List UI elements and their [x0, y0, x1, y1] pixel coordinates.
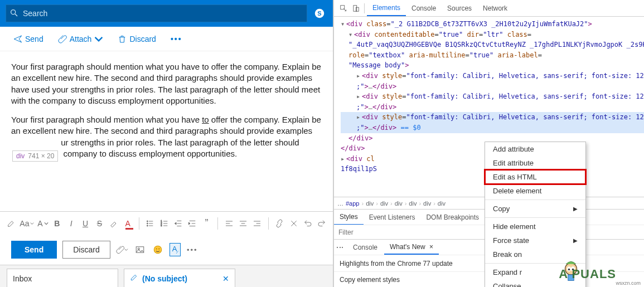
paragraph-2: Your first paragraph should mention what…: [11, 114, 325, 159]
attach-button[interactable]: Attach: [56, 32, 106, 46]
device-icon[interactable]: [350, 2, 362, 14]
ctx-delete-element[interactable]: Delete element: [485, 184, 585, 198]
strikethrough-button[interactable]: S: [94, 216, 105, 231]
redo-button[interactable]: [317, 216, 327, 231]
action-bar: Send Discard A⁄ •••: [0, 235, 333, 265]
discard-button[interactable]: Discard: [115, 32, 158, 46]
close-icon[interactable]: ×: [425, 243, 433, 251]
image-icon[interactable]: [134, 244, 146, 256]
dimension-tooltip: div 741 × 20: [12, 150, 58, 162]
attach-icon[interactable]: [116, 244, 128, 256]
svg-text:S: S: [317, 10, 321, 17]
ctx-hide-element[interactable]: Hide element: [485, 220, 585, 234]
styles-tab[interactable]: Styles: [334, 210, 364, 225]
ctx-edit-attribute[interactable]: Edit attribute: [485, 156, 585, 170]
svg-rect-38: [356, 7, 359, 11]
tab-elements[interactable]: Elements: [367, 1, 406, 16]
undo-button[interactable]: [302, 216, 313, 231]
emoji-icon[interactable]: [152, 244, 164, 256]
skype-icon[interactable]: S: [312, 6, 327, 21]
svg-text:3: 3: [161, 224, 162, 227]
ellipsis-icon: •••: [171, 35, 182, 43]
drawer-console-tab[interactable]: Console: [347, 241, 383, 254]
clear-format-button[interactable]: [288, 216, 299, 231]
align-left-button[interactable]: [224, 216, 234, 231]
search-icon: [9, 8, 18, 19]
more-actions-icon[interactable]: •••: [186, 244, 198, 256]
source-url: wsxzn.com: [616, 280, 641, 286]
compose-body[interactable]: Your first paragraph should mention what…: [0, 51, 333, 211]
tab-network[interactable]: Network: [477, 1, 513, 16]
devtools-tabs: Elements Console Sources Network 2 9 ⋮ ✕: [334, 0, 644, 17]
show-format-toggle[interactable]: A⁄: [170, 243, 181, 256]
window-tabs: Inbox (No subject) ✕: [0, 265, 333, 287]
outdent-button[interactable]: [173, 216, 183, 231]
svg-point-33: [154, 246, 162, 254]
svg-line-1: [15, 14, 17, 16]
font-family-button[interactable]: Aa: [20, 216, 34, 231]
tab-no-subject[interactable]: (No subject) ✕: [124, 269, 235, 287]
paint-format-icon[interactable]: [6, 216, 16, 231]
search-input[interactable]: [18, 9, 303, 18]
format-bar: Aa A B I U S A 123 ”: [0, 211, 333, 235]
close-tab-icon[interactable]: ✕: [222, 274, 229, 283]
align-right-button[interactable]: [252, 216, 263, 231]
compose-icon: [130, 274, 138, 283]
svg-rect-31: [136, 247, 144, 253]
italic-button[interactable]: I: [66, 216, 76, 231]
svg-point-6: [147, 223, 148, 224]
bold-button[interactable]: B: [52, 216, 62, 231]
discard-secondary-button[interactable]: Discard: [62, 241, 110, 259]
tab-sources[interactable]: Sources: [442, 1, 477, 16]
font-color-button[interactable]: A: [122, 216, 133, 231]
paragraph-1: Your first paragraph should mention what…: [11, 61, 325, 106]
quote-button[interactable]: ”: [201, 216, 212, 231]
ctx-force-state[interactable]: Force state▶: [485, 234, 585, 247]
tab-console[interactable]: Console: [406, 1, 442, 16]
svg-point-4: [147, 221, 148, 222]
svg-point-35: [158, 249, 159, 250]
more-button[interactable]: •••: [168, 32, 185, 46]
send-primary-button[interactable]: Send: [11, 241, 57, 259]
send-label: Send: [25, 35, 43, 43]
event-listeners-tab[interactable]: Event Listeners: [364, 210, 421, 225]
indent-button[interactable]: [187, 216, 198, 231]
numbering-button[interactable]: 123: [159, 216, 170, 231]
watermark: A PUALS: [559, 267, 616, 281]
svg-point-34: [156, 249, 157, 250]
search-field[interactable]: [6, 4, 307, 22]
chevron-down-icon: [94, 35, 103, 43]
link-button[interactable]: [274, 216, 285, 231]
svg-point-8: [147, 225, 148, 226]
highlight-button[interactable]: [108, 216, 119, 231]
drawer-whatsnew-tab[interactable]: What's New ×: [384, 240, 439, 255]
ctx-add-attribute[interactable]: Add attribute: [485, 142, 585, 156]
underline-button[interactable]: U: [80, 216, 90, 231]
bullets-button[interactable]: [145, 216, 156, 231]
attach-label: Attach: [70, 35, 92, 43]
font-size-button[interactable]: A: [37, 216, 48, 231]
tab-inbox[interactable]: Inbox: [7, 269, 118, 287]
inspect-icon[interactable]: [337, 2, 350, 14]
compose-toolbar: Send Attach Discard •••: [0, 27, 333, 51]
ctx-edit-as-html[interactable]: Edit as HTML: [485, 170, 585, 184]
dom-breakpoints-tab[interactable]: DOM Breakpoints: [420, 210, 485, 225]
send-button[interactable]: Send: [11, 32, 46, 46]
svg-point-0: [11, 9, 16, 14]
align-center-button[interactable]: [238, 216, 248, 231]
ctx-copy[interactable]: Copy▶: [485, 202, 585, 216]
topbar: S: [0, 0, 333, 27]
discard-label: Discard: [129, 35, 156, 43]
